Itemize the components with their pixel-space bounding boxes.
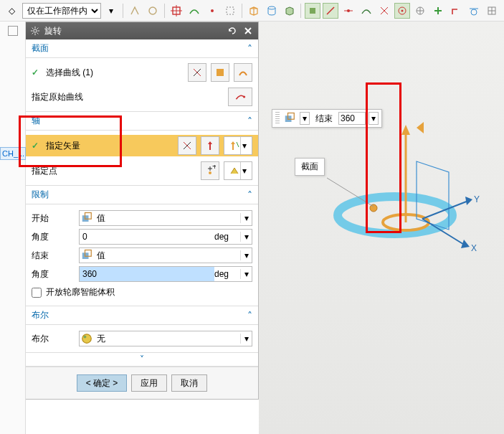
end-angle-field[interactable] (80, 267, 214, 281)
axis-y-label: Y (474, 194, 480, 204)
start-mode-select[interactable]: 值 ▾ (79, 210, 252, 226)
axis-x-label: X (471, 243, 477, 253)
tool-icon-cylinder[interactable] (264, 3, 280, 19)
start-label: 开始 (32, 212, 75, 225)
check-icon: ✓ (32, 141, 39, 151)
ok-button[interactable]: < 确定 > (77, 374, 128, 392)
curve-select-icon[interactable] (234, 63, 252, 82)
tool-icon-2[interactable] (145, 3, 161, 19)
origin-curve-icon[interactable] (228, 88, 252, 106)
svg-point-23 (34, 29, 37, 32)
panel-header: 旋转 (26, 22, 258, 39)
dropdown-icon[interactable]: ▾ (240, 232, 252, 242)
end-angle-input[interactable]: deg ▾ (79, 266, 252, 282)
snap-icon-quadrant[interactable] (412, 3, 428, 19)
part-nav-active-tab[interactable]: CH_... (0, 147, 26, 160)
dropdown-icon[interactable]: ▾ (240, 250, 252, 260)
section-title-limit: 限制 (32, 189, 49, 201)
collapse-icon: ˄ (247, 43, 252, 55)
snap-icon-midpoint[interactable] (341, 3, 356, 19)
section-head-section[interactable]: 截面 ˄ (26, 39, 258, 58)
bool-label: 布尔 (32, 333, 75, 345)
tool-icon-box3d[interactable] (246, 3, 262, 19)
nav-tab-box[interactable] (8, 26, 18, 36)
cancel-button[interactable]: 取消 (171, 374, 207, 392)
reset-icon[interactable] (227, 25, 238, 37)
snap-icon-curve[interactable] (358, 3, 374, 19)
snap-icon-grid[interactable] (484, 3, 500, 19)
section-title-axis: 轴 (32, 115, 40, 127)
section-head-axis[interactable]: 轴 ˄ (26, 112, 258, 131)
snap-icon-1[interactable] (305, 3, 320, 19)
apply-button[interactable]: 应用 (131, 374, 167, 392)
point-dialog-icon[interactable]: + (201, 161, 219, 180)
tool-icon-shaded[interactable] (282, 3, 298, 19)
section-head-limit[interactable]: 限制 ˄ (26, 186, 258, 204)
tool-icon-dashed-box[interactable] (222, 3, 238, 19)
start-angle-field[interactable] (80, 230, 214, 244)
reverse-vector-icon[interactable] (178, 136, 196, 155)
dropdown-icon[interactable]: ▾ (240, 334, 252, 344)
tool-icon-point[interactable] (204, 3, 220, 19)
unit-label: deg (214, 269, 240, 279)
value-mode-icon (80, 248, 94, 263)
select-curve-label: 选择曲线 (1) (46, 67, 184, 79)
svg-point-6 (268, 6, 275, 9)
svg-line-34 (237, 142, 239, 147)
section-body-section: ✓ 选择曲线 (1) 指定原始曲线 (26, 58, 258, 112)
3d-viewport[interactable]: ▾ 结束 ▾ 截面 Y X (259, 22, 504, 434)
snap-icon-plus[interactable] (430, 3, 446, 19)
panel-title: 旋转 (44, 25, 222, 37)
vector-constructor-dropdown[interactable]: ▾ (224, 136, 252, 155)
svg-point-10 (347, 9, 350, 12)
point-constructor-dropdown[interactable]: ▾ (224, 161, 252, 180)
origin-curve-label: 指定原始曲线 (32, 91, 224, 103)
svg-point-35 (209, 171, 211, 174)
svg-rect-5 (227, 7, 234, 14)
dropdown-icon[interactable]: ▾ (240, 213, 252, 223)
svg-point-0 (149, 7, 156, 14)
grip-icon[interactable] (275, 112, 280, 125)
svg-point-14 (401, 9, 404, 11)
open-profile-check[interactable] (32, 288, 42, 298)
open-profile-checkbox[interactable]: 开放轮廓智能体积 (32, 283, 252, 301)
tool-icon-select-red[interactable] (168, 3, 184, 19)
bool-select[interactable]: 无 ▾ (79, 331, 252, 346)
toolbar-dropdown-icon[interactable]: ▾ (103, 3, 119, 19)
panel-footer: < 确定 > 应用 取消 (26, 367, 258, 399)
value-mode-icon[interactable] (282, 111, 297, 126)
snap-icon-endpoint[interactable] (323, 3, 338, 19)
section-head-bool[interactable]: 布尔 ˄ (26, 306, 258, 325)
snap-icon-intersect[interactable] (376, 3, 392, 19)
collapse-icon: ˄ (247, 310, 252, 321)
specify-vector-row[interactable]: ✓ 指定矢量 ▾ (26, 135, 258, 156)
end-angle-label: 角度 (32, 268, 75, 280)
section-body-limit: 开始 值 ▾ 角度 deg ▾ 结束 值 ▾ 角度 (26, 204, 258, 306)
tool-icon-1[interactable] (127, 3, 143, 19)
work-part-filter-select[interactable]: 仅在工作部件内 (22, 3, 101, 19)
tool-icon-curve-green[interactable] (186, 3, 202, 19)
start-angle-label: 角度 (32, 231, 75, 243)
svg-rect-28 (217, 69, 224, 76)
check-icon: ✓ (32, 67, 39, 77)
sketch-section-icon[interactable] (188, 63, 206, 82)
value-mode-icon (80, 211, 94, 225)
svg-point-43 (82, 334, 92, 344)
svg-line-8 (327, 7, 334, 14)
svg-point-18 (471, 9, 477, 15)
expand-more-icon[interactable]: ˅ (26, 353, 258, 367)
close-icon[interactable] (242, 25, 254, 37)
svg-point-50 (370, 204, 377, 212)
snap-icon-tangent[interactable] (466, 3, 482, 19)
snap-icon-perp[interactable] (448, 3, 464, 19)
dropdown-icon[interactable]: ▾ (240, 269, 252, 279)
section-body-bool: 布尔 无 ▾ (26, 325, 258, 353)
section-body-axis: ✓ 指定矢量 ▾ 指定点 + ▾ (26, 131, 258, 186)
snap-icon-center[interactable] (394, 3, 410, 19)
collapse-icon: ˄ (247, 189, 252, 201)
start-angle-input[interactable]: deg ▾ (79, 229, 252, 245)
end-mode-select[interactable]: 值 ▾ (79, 247, 252, 263)
curve-rule-icon[interactable] (211, 63, 229, 82)
vector-arrow-icon[interactable] (201, 136, 219, 155)
gear-icon[interactable] (30, 26, 40, 36)
